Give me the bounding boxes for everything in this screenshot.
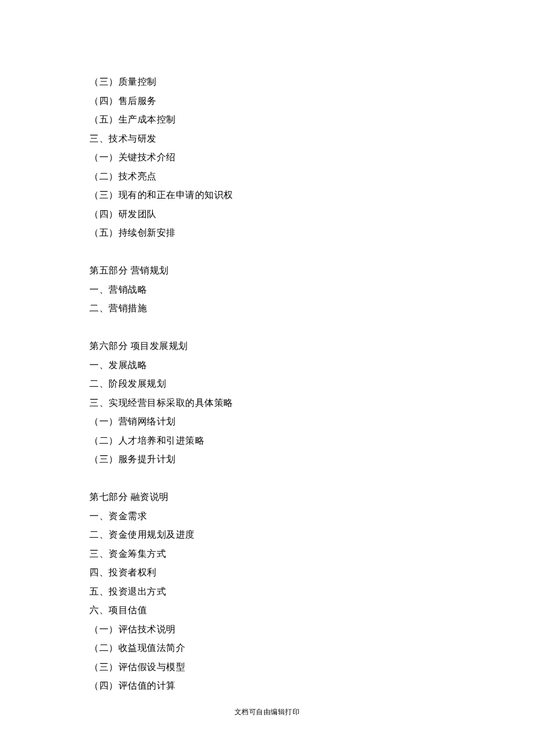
toc-line: 二、资金使用规划及进度 — [89, 525, 449, 545]
toc-line: （四）研发团队 — [89, 205, 449, 224]
toc-line: 二、阶段发展规划 — [89, 375, 449, 394]
toc-line: 三、技术与研发 — [89, 129, 449, 149]
toc-line: 四、投资者权利 — [89, 563, 449, 582]
section-gap — [89, 469, 449, 488]
toc-line: （一）评估技术说明 — [89, 620, 449, 639]
toc-line: （四）售后服务 — [89, 92, 449, 111]
toc-line: 一、发展战略 — [89, 356, 449, 375]
toc-line: （三）质量控制 — [89, 73, 449, 92]
toc-line: （四）评估值的计算 — [89, 676, 449, 696]
toc-line: （二）人才培养和引进策略 — [89, 431, 449, 451]
toc-line: （三）现有的和正在申请的知识权 — [89, 186, 449, 205]
toc-line: （五）生产成本控制 — [89, 110, 449, 129]
toc-line: （三）服务提升计划 — [89, 450, 449, 469]
toc-section-heading: 第六部分 项目发展规划 — [89, 337, 449, 356]
toc-section-heading: 第七部分 融资说明 — [89, 488, 449, 507]
document-content: （三）质量控制 （四）售后服务 （五）生产成本控制 三、技术与研发 （一）关键技… — [89, 73, 449, 696]
section-gap — [89, 243, 449, 262]
toc-line: 六、项目估值 — [89, 601, 449, 620]
toc-line: （五）持续创新安排 — [89, 224, 449, 243]
toc-line: （二）收益现值法简介 — [89, 639, 449, 658]
toc-line: 三、资金筹集方式 — [89, 545, 449, 564]
section-gap — [89, 318, 449, 337]
toc-line: 一、营销战略 — [89, 280, 449, 300]
toc-line: （一）营销网络计划 — [89, 412, 449, 431]
page-footer: 文档可自由编辑打印 — [0, 707, 534, 717]
toc-line: 三、实现经营目标采取的具体策略 — [89, 394, 449, 413]
toc-line: （三）评估假设与模型 — [89, 658, 449, 677]
toc-line: 五、投资退出方式 — [89, 582, 449, 602]
toc-line: 一、资金需求 — [89, 507, 449, 526]
toc-line: （一）关键技术介绍 — [89, 148, 449, 167]
toc-line: （二）技术亮点 — [89, 167, 449, 186]
toc-section-heading: 第五部分 营销规划 — [89, 261, 449, 280]
toc-line: 二、营销措施 — [89, 299, 449, 318]
